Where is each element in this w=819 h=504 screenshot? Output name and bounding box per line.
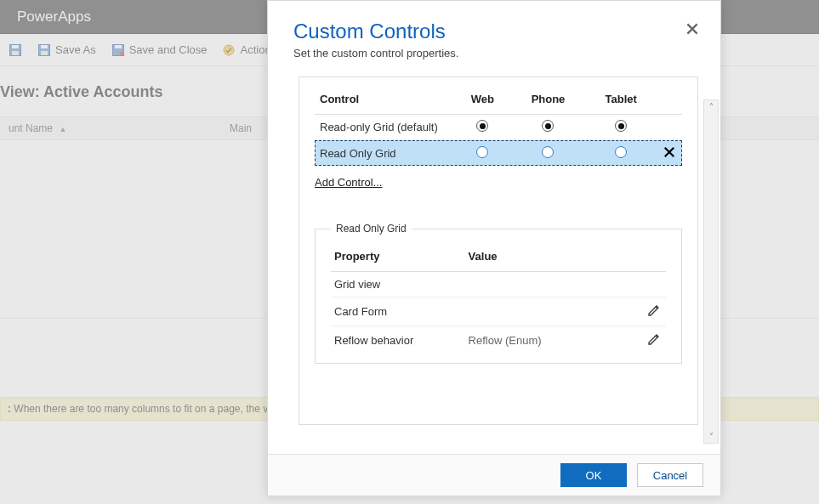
- svg-rect-5: [41, 51, 48, 55]
- note-text: When there are too many columns to fit o…: [11, 403, 283, 415]
- close-icon: [663, 146, 675, 158]
- ok-button[interactable]: OK: [560, 463, 627, 487]
- col-value: Value: [465, 246, 644, 272]
- scroll-up-icon: ˄: [709, 100, 714, 113]
- svg-rect-4: [41, 45, 48, 48]
- control-row-default[interactable]: Read-only Grid (default): [315, 115, 682, 140]
- property-name: Reflow behavior: [331, 326, 465, 355]
- property-name: Grid view: [331, 272, 465, 297]
- pencil-icon: [647, 303, 661, 317]
- save-button[interactable]: [9, 43, 22, 57]
- column-label: unt Name: [9, 122, 53, 134]
- dialog-scrollbar[interactable]: ˄ ˅: [703, 99, 719, 444]
- svg-rect-7: [115, 45, 122, 48]
- radio-web[interactable]: [476, 146, 488, 158]
- custom-controls-dialog: Custom Controls Set the custom control p…: [267, 0, 721, 496]
- cancel-button[interactable]: Cancel: [637, 463, 703, 487]
- control-row-selected[interactable]: Read Only Grid: [315, 140, 682, 167]
- dialog-close-button[interactable]: [685, 21, 700, 37]
- save-as-button[interactable]: Save As: [37, 43, 96, 57]
- dialog-title: Custom Controls: [293, 20, 695, 43]
- save-close-label: Save and Close: [129, 43, 208, 56]
- save-as-icon: [37, 43, 51, 57]
- radio-phone[interactable]: [542, 146, 554, 158]
- dialog-subtitle: Set the custom control properties.: [293, 47, 695, 59]
- controls-table: Control Web Phone Tablet Read-only Grid …: [315, 89, 682, 166]
- save-icon: [9, 43, 22, 57]
- property-value: [465, 272, 644, 297]
- svg-point-8: [224, 45, 234, 55]
- col-phone: Phone: [511, 89, 586, 115]
- save-close-button[interactable]: Save and Close: [111, 43, 208, 57]
- col-control: Control: [315, 89, 454, 115]
- control-name: Read-only Grid (default): [315, 115, 454, 140]
- col-edit: [644, 246, 666, 272]
- controls-panel: Control Web Phone Tablet Read-only Grid …: [299, 76, 698, 425]
- radio-tablet[interactable]: [615, 146, 627, 158]
- col-property: Property: [331, 246, 465, 272]
- app-title: PowerApps: [17, 8, 91, 25]
- col-tablet: Tablet: [585, 89, 657, 115]
- property-row: Card Form: [331, 297, 666, 326]
- property-row: Grid view: [331, 272, 666, 297]
- property-value: [465, 297, 644, 326]
- edit-property-button[interactable]: [647, 332, 661, 346]
- col-actions: [657, 89, 682, 115]
- radio-web[interactable]: [476, 120, 488, 132]
- radio-phone[interactable]: [542, 120, 554, 132]
- column-header[interactable]: unt Name ▲: [0, 122, 221, 134]
- dialog-header: Custom Controls Set the custom control p…: [268, 1, 720, 66]
- save-as-label: Save As: [55, 43, 96, 56]
- control-name: Read Only Grid: [315, 140, 454, 167]
- property-name: Card Form: [331, 297, 465, 326]
- property-legend: Read Only Grid: [331, 223, 412, 235]
- remove-control-button[interactable]: [663, 145, 676, 159]
- add-control-link[interactable]: Add Control...: [315, 176, 383, 189]
- col-web: Web: [454, 89, 510, 115]
- column-label: Main: [230, 122, 252, 134]
- svg-rect-2: [12, 51, 19, 55]
- dialog-footer: OK Cancel: [268, 454, 720, 496]
- save-close-icon: [111, 43, 125, 57]
- property-fieldset: Read Only Grid Property Value Grid view: [315, 223, 682, 364]
- actions-icon: [222, 43, 236, 57]
- radio-tablet[interactable]: [615, 120, 627, 132]
- dialog-body: Control Web Phone Tablet Read-only Grid …: [268, 66, 720, 454]
- property-value: Reflow (Enum): [465, 326, 644, 355]
- property-row: Reflow behavior Reflow (Enum): [331, 326, 666, 355]
- svg-rect-1: [12, 45, 19, 48]
- edit-property-button[interactable]: [647, 303, 661, 317]
- sort-asc-icon: ▲: [59, 125, 66, 133]
- property-table: Property Value Grid view Card Form: [331, 246, 666, 354]
- close-icon: [685, 21, 700, 37]
- column-header[interactable]: Main: [221, 122, 260, 134]
- pencil-icon: [647, 332, 661, 346]
- scroll-down-icon: ˅: [709, 430, 714, 443]
